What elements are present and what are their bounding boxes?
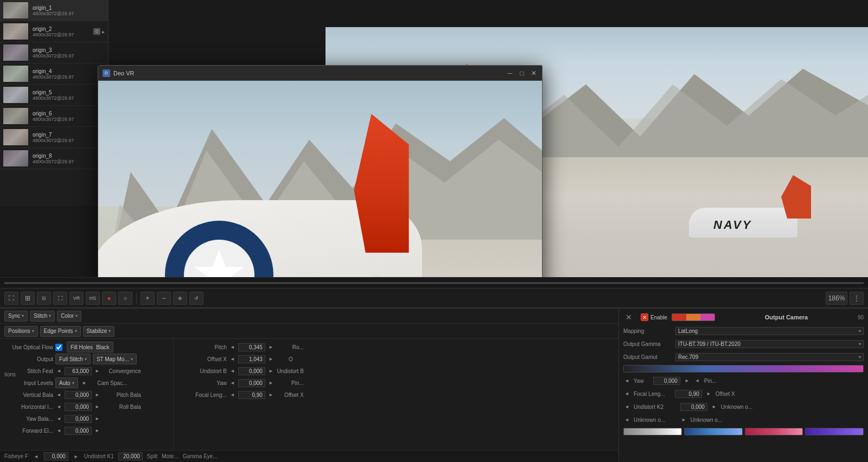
stitch-feat-left[interactable]: ◄ <box>55 368 62 374</box>
tool-circle[interactable]: ○ <box>118 292 132 305</box>
cam-spacing-left[interactable]: ◄ <box>80 380 87 386</box>
oc-yaw-left[interactable]: ◄ <box>623 378 630 383</box>
output-gamma-dropdown[interactable]: ITU-BT.709 / ITU-BT.2020 ▾ <box>675 340 864 348</box>
fwd-left[interactable]: ◄ <box>55 428 62 433</box>
thumb-5 <box>3 108 28 124</box>
yaw-left[interactable]: ◄ <box>229 380 236 386</box>
sidebar-item-6[interactable]: origin_7 4800x3072@29.97 <box>0 127 108 148</box>
tool-vr[interactable]: VR <box>69 292 84 305</box>
tool-hs[interactable]: HS <box>86 292 100 305</box>
pitch-left[interactable]: ◄ <box>229 344 236 350</box>
fisheye-value[interactable]: 0,000 <box>44 452 68 460</box>
sidebar-item-4[interactable]: origin_5 4800x3072@29.97 <box>0 85 108 106</box>
oc-focal-right[interactable]: ► <box>705 391 712 396</box>
oc-unk2-value[interactable]: 0,000 <box>680 403 707 411</box>
optical-flow-check[interactable] <box>55 344 62 351</box>
oc-unkn-left[interactable]: ◄ <box>623 417 630 422</box>
enable-checkbox[interactable]: ✕ <box>641 313 648 321</box>
tool-more[interactable]: ⋮ <box>850 292 864 305</box>
input-levels-dropdown[interactable]: Auto ▾ <box>55 377 78 388</box>
sidebar-arrow-1[interactable]: ▸ <box>102 29 105 35</box>
fwd-value[interactable]: 0,000 <box>65 427 92 435</box>
undb-left[interactable]: ◄ <box>229 368 236 374</box>
focal-value[interactable]: 0,90 <box>238 391 265 399</box>
oc-yaw-right[interactable]: ► <box>684 378 691 383</box>
zoom-level[interactable]: 186% <box>826 292 847 305</box>
deo-maximize[interactable]: □ <box>518 69 526 77</box>
sidebar-item-1[interactable]: origin_2 4800x3072@29.97 0 ▸ <box>0 21 108 42</box>
oc-focal-value[interactable]: 0,90 <box>675 390 702 398</box>
vbala-right[interactable]: ► <box>94 392 101 397</box>
oc-pitch-left[interactable]: ◄ <box>694 378 701 383</box>
param-focal: Focal Leng... ◄ 0,90 ► Offset X <box>178 389 332 401</box>
tool-zoom-out[interactable]: − <box>157 292 171 305</box>
pitch-right[interactable]: ► <box>267 344 275 350</box>
yawbala-left[interactable]: ◄ <box>55 416 62 421</box>
timeline-track[interactable] <box>4 282 864 284</box>
color-dropdown[interactable]: Color ▾ <box>57 311 81 322</box>
oc-focal-left[interactable]: ◄ <box>623 391 630 396</box>
oc-yaw-value[interactable]: 0,000 <box>653 377 680 385</box>
item-info-3: origin_4 4800x3072@29.97 <box>33 68 105 80</box>
oc-close-btn[interactable]: ✕ <box>623 312 634 323</box>
sidebar-item-0[interactable]: origin_1 4800x3072@29.97 <box>0 0 108 21</box>
sidebar-item-3[interactable]: origin_4 4800x3072@29.97 <box>0 63 108 85</box>
pitch-value[interactable]: 0,345 <box>238 343 265 351</box>
fisheye-row: Fisheye F ◄ 0,000 ► Undistort K1 20,000 … <box>0 450 618 462</box>
fwd-right[interactable]: ► <box>94 428 101 433</box>
fill-holes-dropdown[interactable]: Fill Holes Black <box>67 342 113 352</box>
oc-unk2-left[interactable]: ◄ <box>623 404 630 409</box>
oc-unk2-right[interactable]: ► <box>711 404 718 409</box>
undb-right[interactable]: ► <box>267 368 275 374</box>
gradient-slider[interactable] <box>623 365 864 373</box>
output-gamut-dropdown[interactable]: Rec.709 ▾ <box>675 353 864 361</box>
stitch-feat-value[interactable]: 63,000 <box>65 367 92 375</box>
focal-left[interactable]: ◄ <box>229 392 236 397</box>
edge-points-dropdown[interactable]: Edge Points ▾ <box>40 326 81 337</box>
fisheye-right[interactable]: ► <box>73 454 80 459</box>
sidebar-item-2[interactable]: origin_3 4800x3072@29.97 <box>0 42 108 63</box>
horiz-value[interactable]: 0,000 <box>65 403 92 411</box>
offx-right[interactable]: ► <box>267 356 275 362</box>
stitch-dropdown[interactable]: Stitch ▾ <box>30 311 55 322</box>
output-dropdown[interactable]: Full Stitch ▾ <box>55 354 91 364</box>
oc-unkn-right[interactable]: ► <box>680 417 687 422</box>
yaw-right[interactable]: ► <box>267 380 275 386</box>
stabilize-dropdown[interactable]: Stabilize ▾ <box>83 326 115 337</box>
vbala-left[interactable]: ◄ <box>55 392 62 397</box>
tool-grid[interactable]: ⊞ <box>21 292 35 305</box>
stitch-feat-right[interactable]: ► <box>94 368 101 374</box>
mapping-dropdown[interactable]: LatLong ▾ <box>675 327 864 335</box>
undistort-k1-value[interactable]: 20,000 <box>118 452 143 460</box>
tool-zoom-fit[interactable]: ⊕ <box>173 292 187 305</box>
yawbala-value[interactable]: 0,000 <box>65 415 92 423</box>
sync-dropdown[interactable]: Sync ▾ <box>4 311 28 322</box>
tool-record[interactable]: ● <box>102 292 116 305</box>
deo-title: Deo VR <box>113 70 135 76</box>
yawbala-right[interactable]: ► <box>94 416 101 421</box>
horiz-left[interactable]: ◄ <box>55 404 62 409</box>
oc-page-num: 90 <box>858 315 864 320</box>
tool-split[interactable]: ⊟ <box>37 292 51 305</box>
undb-value[interactable]: 0,000 <box>238 367 265 375</box>
offx-left[interactable]: ◄ <box>229 356 236 362</box>
sidebar-item-7[interactable]: origin_8 4800x3072@29.97 <box>0 148 108 169</box>
st-map-dropdown[interactable]: ST Map Mo... ▾ <box>93 354 137 364</box>
oc-focal-row: ◄ Focal Leng... 0,90 ► Offset X <box>623 388 864 400</box>
tool-rotate[interactable]: ↺ <box>189 292 203 305</box>
deo-controls: ─ □ ✕ <box>506 69 538 77</box>
tool-zoom-in[interactable]: + <box>141 292 155 305</box>
yaw-value[interactable]: 0,000 <box>238 379 265 387</box>
fisheye-left[interactable]: ◄ <box>33 454 40 459</box>
offx-value[interactable]: 1,043 <box>238 355 265 363</box>
horiz-right[interactable]: ► <box>94 404 101 409</box>
oc-header: ✕ ✕ Enable Output Camera 90 <box>623 312 864 323</box>
focal-right[interactable]: ► <box>267 392 275 397</box>
sidebar-item-5[interactable]: origin_6 4800x3072@29.97 <box>0 106 108 127</box>
tool-connect[interactable]: ⛶ <box>4 292 18 305</box>
vbala-value[interactable]: 0,000 <box>65 391 92 399</box>
positions-dropdown[interactable]: Positions ▾ <box>4 326 38 337</box>
tool-fullscreen[interactable]: ⛶ <box>53 292 67 305</box>
deo-close[interactable]: ✕ <box>530 69 538 77</box>
deo-minimize[interactable]: ─ <box>506 69 514 77</box>
